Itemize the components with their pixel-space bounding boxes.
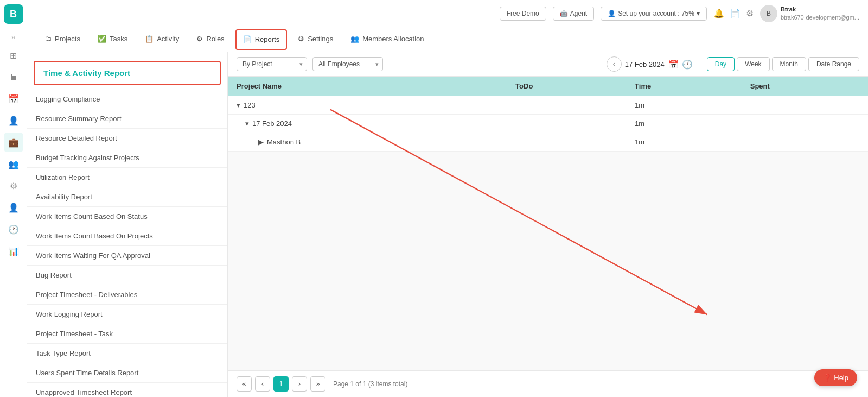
- report-item-bug-report[interactable]: Bug Report: [27, 266, 227, 285]
- expand-icon[interactable]: ▾: [237, 101, 240, 109]
- row-name: ▾123: [228, 96, 507, 115]
- nav-dashboard[interactable]: ⊞: [4, 46, 23, 65]
- report-item-work-items-projects[interactable]: Work Items Count Based On Projects: [27, 226, 227, 246]
- table-row[interactable]: ▾17 Feb 2024 1m: [228, 115, 868, 133]
- date-display: 17 Feb 2024: [625, 60, 665, 68]
- nav-monitor[interactable]: 🖥: [4, 67, 23, 87]
- members-icon: 👥: [350, 35, 359, 43]
- avatar: B: [760, 5, 777, 22]
- report-item-project-timesheet-deliverables[interactable]: Project Timesheet - Deliverables: [27, 285, 227, 305]
- nav-calendar[interactable]: 📅: [4, 89, 23, 109]
- row-todo: [507, 115, 626, 133]
- next-page-button[interactable]: ›: [292, 376, 307, 392]
- row-name: ▾17 Feb 2024: [228, 115, 507, 133]
- row-todo: [507, 133, 626, 152]
- row-todo: [507, 96, 626, 115]
- row-spent: [742, 133, 868, 152]
- filter-bar: By Project By Employee All Employees ‹ 1…: [228, 52, 868, 77]
- free-demo-button[interactable]: Free Demo: [500, 7, 546, 21]
- all-employees-wrapper: All Employees: [312, 57, 383, 71]
- col-time: Time: [626, 77, 742, 96]
- agent-icon: 🤖: [560, 10, 568, 17]
- row-name: ▶Masthon B: [228, 133, 507, 152]
- report-item-budget-tracking[interactable]: Budget Tracking Against Projects: [27, 148, 227, 168]
- bell-icon[interactable]: 🔔: [713, 8, 724, 18]
- report-sidebar-title[interactable]: Time & Activity Report: [34, 61, 221, 85]
- row-spent: [742, 115, 868, 133]
- nav-gear[interactable]: ⚙: [4, 176, 23, 196]
- col-todo: ToDo: [507, 77, 626, 96]
- tab-members-allocation[interactable]: 👥 Members Allocation: [342, 27, 432, 52]
- tab-settings[interactable]: ⚙ Settings: [289, 27, 342, 52]
- nav-report-icon[interactable]: 📊: [4, 241, 23, 261]
- user-icon: 👤: [608, 10, 616, 17]
- agent-button[interactable]: 🤖 Agent: [553, 7, 594, 21]
- report-item-work-items-qa[interactable]: Work Items Waiting For QA Approval: [27, 246, 227, 266]
- view-day-button[interactable]: Day: [707, 57, 735, 71]
- page-1-button[interactable]: 1: [273, 376, 289, 392]
- help-button[interactable]: ❓ Help: [814, 369, 857, 386]
- report-item-work-items-status[interactable]: Work Items Count Based On Status: [27, 207, 227, 226]
- report-content: By Project By Employee All Employees ‹ 1…: [228, 52, 868, 397]
- nav-clock[interactable]: 🕐: [4, 219, 23, 239]
- row-time: 1m: [626, 133, 742, 152]
- projects-icon: 🗂: [44, 35, 52, 43]
- report-item-project-timesheet-task[interactable]: Project Timesheet - Task: [27, 324, 227, 344]
- chevron-down-icon: ▾: [697, 10, 700, 17]
- user-profile[interactable]: B Btrak btrak670-development@gm...: [760, 5, 859, 22]
- prev-page-button[interactable]: ‹: [255, 376, 270, 392]
- report-item-task-type[interactable]: Task Type Report: [27, 344, 227, 363]
- document-icon[interactable]: 📄: [730, 8, 741, 18]
- tab-roles[interactable]: ⚙ Roles: [188, 27, 233, 52]
- setup-button[interactable]: 👤 Set up your account : 75% ▾: [601, 7, 707, 21]
- report-item-availability[interactable]: Availability Report: [27, 187, 227, 207]
- prev-date-button[interactable]: ‹: [607, 56, 622, 72]
- view-buttons: Day Week Month Date Range: [707, 57, 859, 71]
- expand-icon[interactable]: ▶: [258, 138, 264, 146]
- by-project-select[interactable]: By Project By Employee: [237, 57, 307, 71]
- report-item-utilization[interactable]: Utilization Report: [27, 168, 227, 187]
- nav-briefcase[interactable]: 💼: [4, 133, 23, 152]
- col-spent: Spent: [742, 77, 868, 96]
- report-sidebar: Time & Activity Report Logging Complianc…: [27, 52, 228, 397]
- row-time: 1m: [626, 115, 742, 133]
- top-bar: Free Demo 🤖 Agent 👤 Set up your account …: [27, 0, 868, 27]
- calendar-icon[interactable]: 📅: [668, 59, 679, 70]
- tab-activity[interactable]: 📋 Activity: [136, 27, 188, 52]
- user-email: btrak670-development@gm...: [781, 14, 859, 21]
- report-item-work-logging[interactable]: Work Logging Report: [27, 305, 227, 324]
- nav-team[interactable]: 👥: [4, 154, 23, 174]
- roles-icon: ⚙: [196, 35, 203, 43]
- tab-tasks[interactable]: ✅ Tasks: [89, 27, 136, 52]
- col-project-name: Project Name: [228, 77, 507, 96]
- report-item-users-spent-time[interactable]: Users Spent Time Details Report: [27, 363, 227, 383]
- pagination: « ‹ 1 › » Page 1 of 1 (3 items total): [228, 370, 868, 397]
- date-navigation: ‹ 17 Feb 2024 📅 🕐 ›: [607, 56, 693, 72]
- report-item-unapproved-timesheet[interactable]: Unapproved Timesheet Report: [27, 383, 227, 397]
- nav-person[interactable]: 👤: [4, 198, 23, 217]
- expand-sidebar-button[interactable]: »: [9, 30, 18, 43]
- view-month-button[interactable]: Month: [772, 57, 806, 71]
- report-item-resource-summary[interactable]: Resource Summary Report: [27, 109, 227, 129]
- clock-filter-icon[interactable]: 🕐: [682, 59, 693, 70]
- reports-icon: 📄: [243, 35, 252, 43]
- help-icon: ❓: [823, 374, 832, 382]
- tab-projects[interactable]: 🗂 Projects: [36, 27, 89, 52]
- nav-user[interactable]: 👤: [4, 111, 23, 130]
- user-name: Btrak: [781, 5, 859, 13]
- table-row[interactable]: ▶Masthon B 1m: [228, 133, 868, 152]
- table-row[interactable]: ▾123 1m: [228, 96, 868, 115]
- report-table-wrapper: Project Name ToDo Time Spent ▾123: [228, 77, 868, 370]
- view-week-button[interactable]: Week: [737, 57, 769, 71]
- all-employees-select[interactable]: All Employees: [312, 57, 383, 71]
- settings-icon[interactable]: ⚙: [746, 8, 754, 18]
- icon-sidebar: B » ⊞ 🖥 📅 👤 💼 👥 ⚙ 👤 🕐 📊: [0, 0, 27, 397]
- first-page-button[interactable]: «: [237, 376, 252, 392]
- user-info: Btrak btrak670-development@gm...: [781, 5, 859, 21]
- report-item-resource-detailed[interactable]: Resource Detailed Report: [27, 129, 227, 148]
- view-date-range-button[interactable]: Date Range: [808, 57, 859, 71]
- report-item-logging-compliance[interactable]: Logging Compliance: [27, 90, 227, 109]
- tab-reports[interactable]: 📄 Reports: [235, 29, 288, 50]
- last-page-button[interactable]: »: [310, 376, 326, 392]
- expand-icon[interactable]: ▾: [245, 119, 249, 128]
